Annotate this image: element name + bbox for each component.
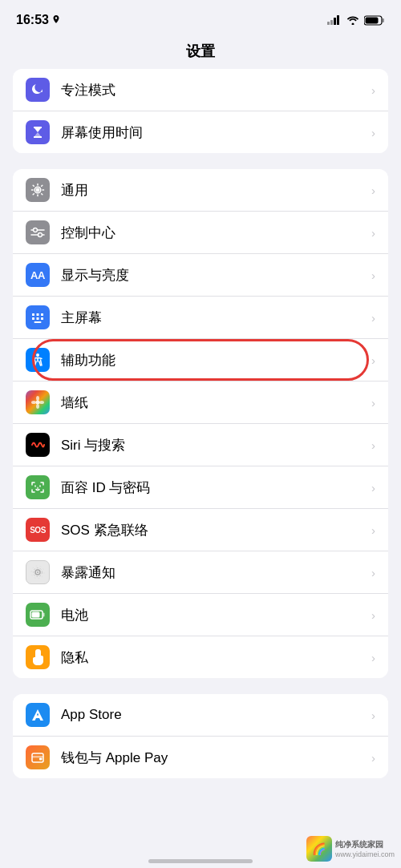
svg-rect-19 bbox=[41, 313, 43, 316]
chevron-icon: › bbox=[371, 709, 375, 722]
home-screen-icon bbox=[26, 305, 50, 329]
general-icon bbox=[26, 178, 50, 202]
chevron-icon: › bbox=[371, 523, 375, 537]
svg-rect-1 bbox=[330, 20, 333, 25]
chevron-icon: › bbox=[371, 226, 375, 240]
exposure-row[interactable]: 暴露通知 › bbox=[13, 551, 388, 594]
faceid-icon bbox=[26, 475, 50, 499]
wallpaper-row[interactable]: 墙纸 › bbox=[13, 382, 388, 424]
wallet-label: 钱包与 Apple Pay bbox=[61, 749, 365, 767]
focus-mode-label: 专注模式 bbox=[61, 81, 365, 99]
chevron-icon: › bbox=[371, 311, 375, 325]
faceid-row[interactable]: 面容 ID 与密码 › bbox=[13, 466, 388, 509]
svg-rect-0 bbox=[327, 22, 330, 25]
privacy-row[interactable]: 隐私 › bbox=[13, 636, 388, 678]
appstore-a-icon bbox=[30, 708, 45, 722]
faceid-label: 面容 ID 与密码 bbox=[61, 478, 365, 497]
watermark-site: 纯净系统家园 bbox=[335, 839, 395, 850]
chevron-icon: › bbox=[371, 184, 375, 197]
accessibility-figure-icon bbox=[30, 352, 46, 368]
page-title: 设置 bbox=[186, 43, 215, 59]
appstore-row[interactable]: App Store › bbox=[13, 694, 388, 737]
siri-label: Siri 与搜索 bbox=[61, 436, 365, 454]
battery-settings-icon bbox=[26, 603, 50, 627]
wallet-figure-icon bbox=[30, 750, 45, 765]
section-focus-screentime: 专注模式 › 屏幕使用时间 › bbox=[13, 69, 388, 153]
status-bar: 16:53 bbox=[0, 0, 401, 35]
appstore-label: App Store bbox=[61, 707, 365, 723]
sos-icon: SOS bbox=[26, 518, 50, 542]
privacy-icon bbox=[26, 645, 50, 669]
svg-rect-39 bbox=[32, 612, 40, 618]
hand-icon bbox=[30, 649, 45, 665]
display-label: 显示与亮度 bbox=[61, 266, 365, 285]
home-screen-row[interactable]: 主屏幕 › bbox=[13, 297, 388, 339]
chevron-icon: › bbox=[371, 566, 375, 579]
appstore-icon bbox=[26, 703, 50, 727]
moon-icon bbox=[30, 83, 45, 97]
home-indicator bbox=[148, 859, 253, 863]
accessibility-icon bbox=[26, 348, 50, 372]
display-icon: AA bbox=[26, 263, 50, 287]
chevron-icon: › bbox=[371, 651, 375, 664]
battery-row[interactable]: 电池 › bbox=[13, 594, 388, 636]
exposure-label: 暴露通知 bbox=[61, 563, 365, 582]
watermark: 🌈 纯净系统家园 www.yidaimei.com bbox=[306, 836, 395, 862]
svg-rect-2 bbox=[334, 18, 336, 25]
gear-icon bbox=[30, 183, 45, 197]
siri-icon bbox=[26, 433, 50, 457]
general-row[interactable]: 通用 › bbox=[13, 169, 388, 212]
accessibility-label: 辅助功能 bbox=[61, 351, 365, 369]
svg-rect-5 bbox=[383, 18, 385, 22]
svg-rect-6 bbox=[366, 17, 379, 23]
chevron-icon: › bbox=[371, 126, 375, 139]
watermark-logo: 🌈 bbox=[306, 836, 332, 862]
control-center-row[interactable]: 控制中心 › bbox=[13, 212, 388, 254]
svg-point-24 bbox=[36, 353, 39, 357]
signal-icon bbox=[327, 15, 342, 25]
sos-label: SOS 紧急联络 bbox=[61, 521, 365, 539]
svg-point-29 bbox=[39, 401, 44, 404]
focus-mode-row[interactable]: 专注模式 › bbox=[13, 69, 388, 111]
sos-row[interactable]: SOS SOS 紧急联络 › bbox=[13, 509, 388, 551]
accessibility-row[interactable]: 辅助功能 › bbox=[13, 339, 388, 382]
wallpaper-icon bbox=[26, 390, 50, 414]
status-time: 16:53 bbox=[16, 13, 60, 27]
location-icon bbox=[52, 15, 60, 25]
battery-icon bbox=[364, 15, 385, 26]
screen-time-row[interactable]: 屏幕使用时间 › bbox=[13, 111, 388, 153]
svg-rect-17 bbox=[32, 313, 34, 316]
svg-rect-8 bbox=[34, 136, 42, 138]
battery-figure-icon bbox=[30, 609, 46, 620]
sliders-icon bbox=[30, 225, 45, 240]
svg-rect-18 bbox=[37, 313, 39, 316]
wifi-icon bbox=[346, 15, 359, 25]
svg-point-34 bbox=[37, 571, 38, 573]
chevron-icon: › bbox=[371, 353, 375, 367]
svg-rect-38 bbox=[43, 613, 45, 617]
siri-row[interactable]: Siri 与搜索 › bbox=[13, 424, 388, 466]
home-screen-label: 主屏幕 bbox=[61, 309, 365, 327]
chevron-icon: › bbox=[371, 608, 375, 622]
chevron-icon: › bbox=[371, 396, 375, 410]
wallpaper-label: 墙纸 bbox=[61, 394, 365, 412]
svg-rect-3 bbox=[337, 15, 339, 25]
section-store: App Store › 钱包与 Apple Pay › bbox=[13, 694, 388, 778]
chevron-icon: › bbox=[371, 481, 375, 495]
display-row[interactable]: AA 显示与亮度 › bbox=[13, 254, 388, 297]
screen-time-label: 屏幕使用时间 bbox=[61, 123, 365, 142]
focus-mode-icon bbox=[26, 78, 50, 102]
siri-wave-icon bbox=[30, 438, 45, 452]
general-label: 通用 bbox=[61, 181, 365, 200]
control-center-label: 控制中心 bbox=[61, 224, 365, 242]
svg-point-25 bbox=[36, 401, 40, 405]
watermark-url: www.yidaimei.com bbox=[335, 850, 395, 858]
chevron-icon: › bbox=[371, 751, 375, 765]
nav-bar: 设置 bbox=[0, 35, 401, 69]
chevron-icon: › bbox=[371, 83, 375, 97]
control-center-icon bbox=[26, 220, 50, 244]
svg-rect-21 bbox=[37, 317, 39, 320]
wallet-row[interactable]: 钱包与 Apple Pay › bbox=[13, 737, 388, 778]
hourglass-icon bbox=[30, 125, 45, 139]
svg-rect-20 bbox=[32, 317, 34, 320]
